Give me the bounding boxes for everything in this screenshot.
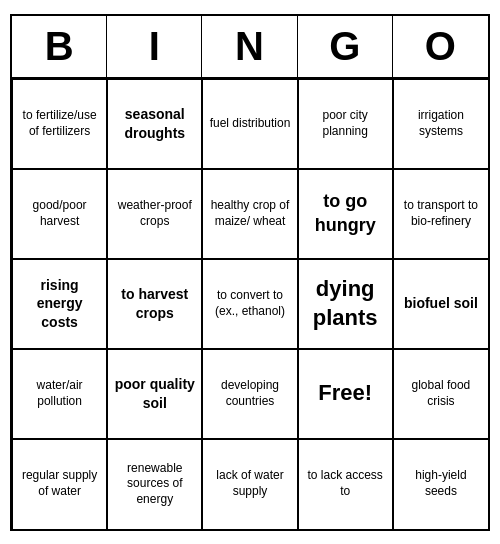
bingo-cell: Free! — [298, 349, 393, 439]
cell-text: to go hungry — [304, 190, 387, 237]
bingo-cell: to fertilize/use of fertilizers — [12, 79, 107, 169]
bingo-cell: rising energy costs — [12, 259, 107, 349]
bingo-card: BINGO to fertilize/use of fertilizerssea… — [10, 14, 490, 531]
bingo-cell: to harvest crops — [107, 259, 202, 349]
bingo-cell: high-yield seeds — [393, 439, 488, 529]
bingo-cell: poor quality soil — [107, 349, 202, 439]
bingo-cell: to transport to bio-refinery — [393, 169, 488, 259]
cell-text: developing countries — [208, 378, 291, 409]
header-letter: I — [107, 16, 202, 77]
cell-text: poor quality soil — [113, 375, 196, 411]
cell-text: high-yield seeds — [399, 468, 483, 499]
header-letter: G — [298, 16, 393, 77]
cell-text: irrigation systems — [399, 108, 483, 139]
cell-text: healthy crop of maize/ wheat — [208, 198, 291, 229]
bingo-cell: to lack access to — [298, 439, 393, 529]
cell-text: water/air pollution — [18, 378, 101, 409]
cell-text: rising energy costs — [18, 276, 101, 331]
bingo-cell: seasonal droughts — [107, 79, 202, 169]
cell-text: global food crisis — [399, 378, 483, 409]
cell-text: lack of water supply — [208, 468, 291, 499]
bingo-grid: to fertilize/use of fertilizersseasonal … — [12, 79, 488, 529]
cell-text: Free! — [318, 379, 372, 408]
cell-text: seasonal droughts — [113, 105, 196, 141]
bingo-cell: dying plants — [298, 259, 393, 349]
bingo-header: BINGO — [12, 16, 488, 79]
bingo-cell: good/poor harvest — [12, 169, 107, 259]
header-letter: B — [12, 16, 107, 77]
bingo-cell: biofuel soil — [393, 259, 488, 349]
cell-text: good/poor harvest — [18, 198, 101, 229]
bingo-cell: to convert to (ex., ethanol) — [202, 259, 297, 349]
bingo-cell: developing countries — [202, 349, 297, 439]
cell-text: poor city planning — [304, 108, 387, 139]
cell-text: to transport to bio-refinery — [399, 198, 483, 229]
cell-text: dying plants — [304, 275, 387, 332]
cell-text: fuel distribution — [210, 116, 291, 132]
bingo-cell: renewable sources of energy — [107, 439, 202, 529]
bingo-cell: to go hungry — [298, 169, 393, 259]
bingo-cell: global food crisis — [393, 349, 488, 439]
bingo-cell: regular supply of water — [12, 439, 107, 529]
bingo-cell: lack of water supply — [202, 439, 297, 529]
cell-text: to lack access to — [304, 468, 387, 499]
header-letter: O — [393, 16, 488, 77]
cell-text: weather-proof crops — [113, 198, 196, 229]
cell-text: regular supply of water — [18, 468, 101, 499]
cell-text: renewable sources of energy — [113, 461, 196, 508]
cell-text: biofuel soil — [404, 294, 478, 312]
bingo-cell: weather-proof crops — [107, 169, 202, 259]
bingo-cell: irrigation systems — [393, 79, 488, 169]
bingo-cell: healthy crop of maize/ wheat — [202, 169, 297, 259]
bingo-cell: poor city planning — [298, 79, 393, 169]
bingo-cell: water/air pollution — [12, 349, 107, 439]
cell-text: to harvest crops — [113, 285, 196, 321]
bingo-cell: fuel distribution — [202, 79, 297, 169]
header-letter: N — [202, 16, 297, 77]
cell-text: to convert to (ex., ethanol) — [208, 288, 291, 319]
cell-text: to fertilize/use of fertilizers — [18, 108, 101, 139]
